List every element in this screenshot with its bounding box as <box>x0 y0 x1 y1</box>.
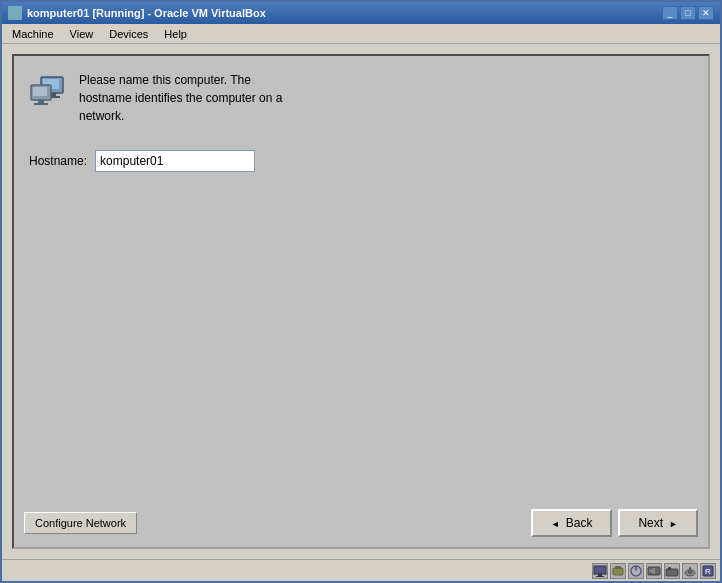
svg-rect-12 <box>615 566 621 569</box>
svg-rect-20 <box>668 567 671 570</box>
description-line1: Please name this computer. The <box>79 73 251 87</box>
window-title: komputer01 [Running] - Oracle VM Virtual… <box>27 7 266 19</box>
hostname-row: Hostname: <box>29 150 693 172</box>
svg-rect-8 <box>594 566 606 574</box>
description-line2: hostname identifies the computer on a <box>79 91 282 105</box>
back-label: Back <box>566 516 593 530</box>
status-icon-4 <box>646 563 662 579</box>
close-button[interactable]: ✕ <box>698 6 714 20</box>
menu-help[interactable]: Help <box>156 26 195 42</box>
bottom-bar: Configure Network Back Next <box>24 509 698 537</box>
svg-marker-22 <box>688 567 692 573</box>
back-arrow-icon <box>551 516 562 530</box>
svg-rect-19 <box>666 569 678 576</box>
description-line3: network. <box>79 109 124 123</box>
installer-description: Please name this computer. The hostname … <box>79 71 282 125</box>
configure-network-button[interactable]: Configure Network <box>24 512 137 534</box>
hostname-label: Hostname: <box>29 154 87 168</box>
title-bar-left: komputer01 [Running] - Oracle VM Virtual… <box>8 6 266 20</box>
virtualbox-window: komputer01 [Running] - Oracle VM Virtual… <box>0 0 722 583</box>
back-button[interactable]: Back <box>531 509 613 537</box>
svg-rect-7 <box>34 103 48 105</box>
status-icon-2 <box>610 563 626 579</box>
svg-rect-10 <box>596 576 604 577</box>
installer-header: Please name this computer. The hostname … <box>29 71 693 125</box>
status-icon-7: R <box>700 563 716 579</box>
status-icon-1 <box>592 563 608 579</box>
app-icon <box>8 6 22 20</box>
window-controls: _ □ ✕ <box>662 6 714 20</box>
menu-machine[interactable]: Machine <box>4 26 62 42</box>
menu-view[interactable]: View <box>62 26 102 42</box>
status-bar: R <box>2 559 720 581</box>
vm-screen: Please name this computer. The hostname … <box>12 54 710 549</box>
menu-devices[interactable]: Devices <box>101 26 156 42</box>
title-bar: komputer01 [Running] - Oracle VM Virtual… <box>2 2 720 24</box>
svg-rect-11 <box>613 568 623 575</box>
next-label: Next <box>638 516 663 530</box>
svg-rect-5 <box>33 87 47 96</box>
next-button[interactable]: Next <box>618 509 698 537</box>
next-arrow-icon <box>667 516 678 530</box>
svg-text:R: R <box>705 567 711 576</box>
menu-bar: Machine View Devices Help <box>2 24 720 44</box>
hostname-input[interactable] <box>95 150 255 172</box>
status-icon-6 <box>682 563 698 579</box>
svg-rect-9 <box>598 574 602 576</box>
maximize-button[interactable]: □ <box>680 6 696 20</box>
content-area: Please name this computer. The hostname … <box>2 44 720 559</box>
status-icon-5 <box>664 563 680 579</box>
minimize-button[interactable]: _ <box>662 6 678 20</box>
computer-icon <box>29 71 67 109</box>
svg-rect-6 <box>38 100 44 103</box>
nav-buttons: Back Next <box>531 509 698 537</box>
status-icon-3 <box>628 563 644 579</box>
